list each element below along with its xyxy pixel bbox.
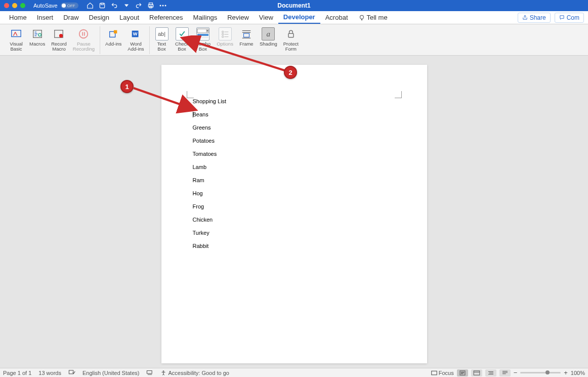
redo-icon[interactable]: [135, 2, 142, 9]
doc-line-item[interactable]: Hog: [193, 190, 396, 196]
svg-point-6: [162, 5, 163, 7]
zoom-out-button[interactable]: −: [514, 369, 518, 376]
home-icon[interactable]: [87, 2, 94, 9]
comments-button[interactable]: Com: [555, 13, 584, 23]
tab-layout[interactable]: Layout: [114, 11, 144, 24]
ribbon-tabs: Home Insert Draw Design Layout Reference…: [0, 11, 588, 24]
svg-rect-40: [69, 370, 73, 373]
frame-button[interactable]: Frame: [237, 26, 256, 54]
svg-point-8: [360, 15, 363, 19]
draft-view-button[interactable]: [499, 369, 511, 376]
svg-rect-41: [147, 370, 152, 373]
annotation-badge-1: 1: [120, 80, 134, 93]
undo-dropdown-icon[interactable]: [123, 2, 130, 9]
share-button[interactable]: Share: [518, 13, 551, 23]
doc-line-item[interactable]: Turkey: [193, 230, 396, 236]
svg-point-31: [222, 36, 223, 37]
word-add-ins-button[interactable]: W Word Add-ins: [125, 26, 146, 54]
maximize-window-button[interactable]: [20, 3, 25, 8]
tab-view[interactable]: View: [254, 11, 278, 24]
zoom-percent[interactable]: 100%: [571, 370, 585, 376]
check-box-button[interactable]: Check Box: [173, 26, 191, 54]
tab-home[interactable]: Home: [4, 11, 32, 24]
close-window-button[interactable]: [4, 3, 9, 8]
print-icon[interactable]: [147, 2, 154, 9]
minimize-window-button[interactable]: [12, 3, 17, 8]
tab-insert[interactable]: Insert: [32, 11, 59, 24]
outline-view-button[interactable]: [485, 369, 496, 376]
svg-rect-25: [197, 34, 208, 36]
document-title: Document1: [277, 2, 310, 9]
text-box-button[interactable]: ab| Text Box: [153, 26, 171, 54]
doc-line-item[interactable]: Chicken: [193, 217, 396, 223]
tab-draw[interactable]: Draw: [58, 11, 83, 24]
tab-references[interactable]: References: [144, 11, 188, 24]
doc-line-item[interactable]: Rabbit: [193, 243, 396, 249]
visual-basic-button[interactable]: Visual Basic: [7, 26, 25, 54]
status-language[interactable]: English (United States): [82, 370, 140, 376]
pause-recording-button: Pause Recording: [71, 26, 97, 54]
tab-mailings[interactable]: Mailings: [188, 11, 223, 24]
svg-rect-20: [114, 30, 117, 33]
developer-ribbon: Visual Basic Macros Record Macro Pause R…: [0, 24, 588, 56]
doc-line-title[interactable]: Shopping List: [193, 98, 396, 104]
zoom-in-button[interactable]: +: [564, 369, 568, 376]
save-icon[interactable]: [99, 2, 106, 9]
lightbulb-icon: [358, 14, 365, 21]
doc-line-item[interactable]: Ram: [193, 177, 396, 183]
margin-corner-tr: [395, 91, 402, 98]
doc-line-item[interactable]: Potatoes: [193, 138, 396, 144]
doc-line-item[interactable]: Tomatoes: [193, 151, 396, 157]
tab-review[interactable]: Review: [222, 11, 254, 24]
svg-rect-26: [197, 36, 208, 38]
svg-rect-35: [243, 33, 249, 37]
status-accessibility[interactable]: Accessibility: Good to go: [160, 370, 229, 376]
svg-rect-37: [288, 33, 293, 37]
doc-line-item[interactable]: Beans: [193, 111, 396, 117]
status-focus-button[interactable]: Focus: [431, 370, 454, 376]
protect-form-button[interactable]: Protect Form: [281, 26, 301, 54]
status-words[interactable]: 13 words: [38, 370, 61, 376]
svg-rect-0: [100, 3, 104, 8]
undo-icon[interactable]: [111, 2, 118, 9]
page[interactable]: Shopping List Beans Greens Potatoes Toma…: [161, 65, 427, 363]
macros-button[interactable]: Macros: [27, 26, 47, 54]
svg-rect-44: [431, 371, 437, 375]
more-icon[interactable]: [159, 2, 166, 9]
record-macro-button[interactable]: Record Macro: [49, 26, 69, 54]
svg-point-5: [159, 5, 161, 7]
svg-rect-18: [84, 32, 85, 35]
combo-box-button[interactable]: Combo Box: [193, 26, 213, 54]
doc-line-item[interactable]: Lamb: [193, 164, 396, 170]
print-layout-view-button[interactable]: [457, 369, 468, 376]
status-spellcheck-icon[interactable]: [68, 369, 75, 376]
autosave-toggle[interactable]: AutoSave OFF: [33, 3, 78, 9]
options-button: Options: [215, 26, 235, 54]
status-text-predictions-icon[interactable]: [146, 369, 153, 376]
page-content[interactable]: Shopping List Beans Greens Potatoes Toma…: [193, 98, 396, 256]
comment-icon: [559, 15, 565, 20]
tab-developer[interactable]: Developer: [278, 11, 320, 24]
web-layout-view-button[interactable]: [471, 369, 482, 376]
tab-design[interactable]: Design: [84, 11, 114, 24]
document-area[interactable]: Shopping List Beans Greens Potatoes Toma…: [0, 56, 588, 368]
svg-rect-17: [82, 32, 83, 35]
titlebar: AutoSave OFF Document1: [0, 0, 588, 11]
share-icon: [522, 15, 528, 20]
add-ins-icon: [107, 27, 120, 40]
accessibility-icon: [160, 370, 166, 376]
add-ins-button[interactable]: Add-ins: [103, 26, 123, 54]
svg-point-13: [38, 33, 41, 36]
tab-acrobat[interactable]: Acrobat: [320, 11, 353, 24]
shading-button[interactable]: a Shading: [258, 26, 279, 54]
frame-icon: [240, 27, 253, 40]
focus-icon: [431, 370, 437, 375]
tell-me-search[interactable]: Tell me: [353, 11, 393, 24]
doc-line-item[interactable]: Frog: [193, 203, 396, 210]
zoom-slider[interactable]: [520, 372, 561, 373]
word-add-ins-icon: W: [129, 27, 142, 40]
status-page[interactable]: Page 1 of 1: [3, 370, 31, 376]
doc-line-item[interactable]: Greens: [193, 124, 396, 131]
svg-text:W: W: [133, 31, 138, 36]
status-bar: Page 1 of 1 13 words English (United Sta…: [0, 368, 588, 377]
